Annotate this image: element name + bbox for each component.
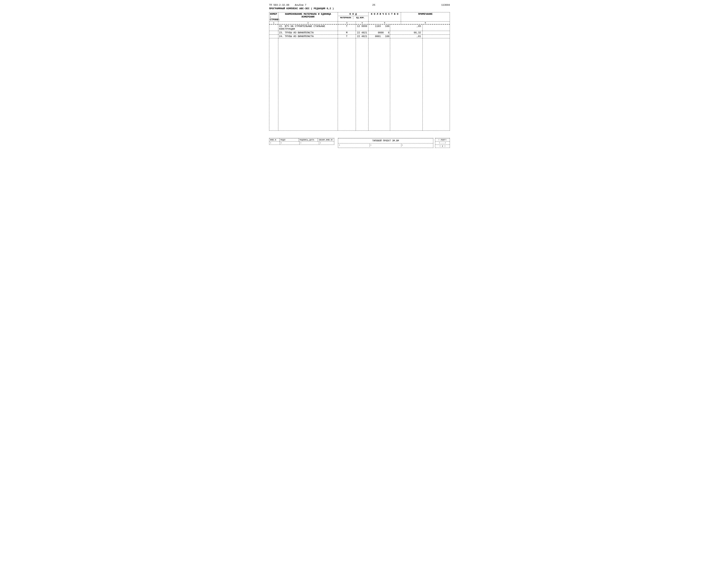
footer-inv-value: ! [269,142,280,145]
header-prim: ПРИМЕЧАНИЕ [401,12,450,21]
footer-small-middle: !----! [435,142,450,145]
row2-qty: 66,32 [390,31,423,35]
row1-kod2: 1103 166 [368,24,390,31]
footer-small-bottom: ! 2 ! [435,145,450,148]
footer-inv-label: ИНВ.N [269,139,280,141]
row1-kod1: 12 9999 [356,24,368,31]
footer-main-b2: ! [370,144,401,147]
row3-unit: Т [338,35,356,38]
header-center: 25 [373,4,375,6]
row3-num [269,35,278,38]
page-footer: ИНВ.N ПОДЛ ПОДПИСЬ,ДАТА IВЗАМ.ИНВ.N! ! ! [269,138,450,148]
colnum-5: 5 [368,22,401,24]
colnum-1: 1 [269,22,278,24]
empty-c3 [338,38,356,130]
footer-main-bottom: ! ! ! [338,143,433,147]
colnum-3: 3 [338,22,356,24]
table-col-numbers: 1 2 3 4 5 6 [269,22,450,24]
colnum-6: 6 [401,22,450,24]
empty-c2 [278,38,338,130]
header-kol: К О Л И Ч Е С Т В О [368,12,401,21]
empty-c1 [269,38,278,130]
page-number: 25 [373,4,375,6]
table-empty-area [269,38,450,130]
main-table: НОМЕР ; СТРОКИ: НАИМЕНОВАНИЕ МАТЕРИАЛА И… [269,12,450,131]
header-kod-group: К О Д МАТЕРИАЛА ЕД.ИЗМ. [338,12,368,21]
album: Альбом 7 [295,4,306,6]
empty-c5 [368,38,390,130]
table-row: 24. ТРУБЫ ИЗ ВИНИЛПЛАСТА Т 22 4821 0001 … [269,35,450,38]
footer-project-label: ТИПОВОЙ ПРОЕКТ ЗМ.ВМ [338,139,433,143]
row3-prim [423,35,450,38]
empty-c4 [356,38,368,130]
footer-left-body-row: ! ! ! ! [269,142,334,145]
footer-podl-label: ПОДЛ [280,139,299,141]
row2-kod1: 22 4821 [356,31,368,35]
row3-name: 24. ТРУБЫ ИЗ ВИНИЛПЛАСТА [278,35,338,38]
sub-header: ПРОГРАММНЫЙ КОМПЛЕКС АВС-ЗЕС ( РЕДАКЦИЯ … [269,7,450,10]
footer-vzam-label: IВЗАМ.ИНВ.N! [318,139,334,141]
row2-num [269,31,278,35]
footer-small-top: ! ЛЗОТ! [435,139,450,142]
row2-kod2: 0000 6 [368,31,390,35]
table-row: 23. ТРУБЫ ИЗ ВИНИЛПЛАСТА М 22 4821 0000 … [269,31,450,35]
header-naim: НАИМЕНОВАНИЕ МАТЕРИАЛА И ЕДИНИЦА ИЗМЕРЕН… [278,12,338,21]
page-container: ТП 503-2-32.88 Альбом 7 25 113694 ПРОГРА… [269,4,450,148]
code-right: 113694 [441,4,450,6]
row1-qty: ,65 [390,24,423,31]
header-top: ТП 503-2-32.88 Альбом 7 25 113694 [269,4,450,6]
footer-podl-value: ! [280,142,300,145]
footer-left-header-row: ИНВ.N ПОДЛ ПОДПИСЬ,ДАТА IВЗАМ.ИНВ.N! [269,139,334,142]
doc-number: ТП 503-2-32.88 [269,4,289,6]
row2-unit: М [338,31,356,35]
footer-main-b3: ! [401,144,433,147]
table-row: 22. ВТЧ НА СТРОИТЕЛЬНЫЕ СТАЛЬНЫЕ КОНСТРУ… [269,24,450,31]
row3-kod1: 22 4821 [356,35,368,38]
footer-right-area: ТИПОВОЙ ПРОЕКТ ЗМ.ВМ ! ! ! ! ЛЗОТ! !----… [338,138,450,148]
subtitle: ПРОГРАММНЫЙ КОМПЛЕКС АВС-ЗЕС ( РЕДАКЦИЯ … [269,7,334,10]
footer-podpis-value: ! [300,142,319,145]
header-ed: ЕД.ИЗМ. [353,16,368,19]
footer-vzam-value: ! [319,142,334,145]
row2-prim [423,31,450,35]
colnum-2: 2 [278,22,338,24]
row2-name: 23. ТРУБЫ ИЗ ВИНИЛПЛАСТА [278,31,338,35]
header-right: 113694 [441,4,450,6]
row3-kod2: 0001 166 [368,35,390,38]
colnum-4: 4 [356,22,368,24]
empty-c7 [423,38,450,130]
row1-name: 22. ВТЧ НА СТРОИТЕЛЬНЫЕ СТАЛЬНЫЕ КОНСТРУ… [278,24,338,31]
footer-main-b1: ! [338,144,370,147]
empty-c6 [390,38,423,130]
header-nomer: НОМЕР ; СТРОКИ: [269,12,278,21]
row1-prim [423,24,450,31]
header-mat: МАТЕРИАЛА [338,16,353,19]
footer-small-box: ! ЛЗОТ! !----! ! 2 ! [435,138,450,148]
table-header-row1: НОМЕР ; СТРОКИ: НАИМЕНОВАНИЕ МАТЕРИАЛА И… [269,12,450,22]
row3-qty: ,81 [390,35,423,38]
footer-left-box: ИНВ.N ПОДЛ ПОДПИСЬ,ДАТА IВЗАМ.ИНВ.N! ! ! [269,138,334,145]
row1-unit: Т [338,24,356,31]
footer-podpis-label: ПОДПИСЬ,ДАТА [299,139,318,141]
row1-num [269,24,278,31]
header-left: ТП 503-2-32.88 Альбом 7 [269,4,306,6]
footer-main-box: ТИПОВОЙ ПРОЕКТ ЗМ.ВМ ! ! ! [338,138,433,148]
